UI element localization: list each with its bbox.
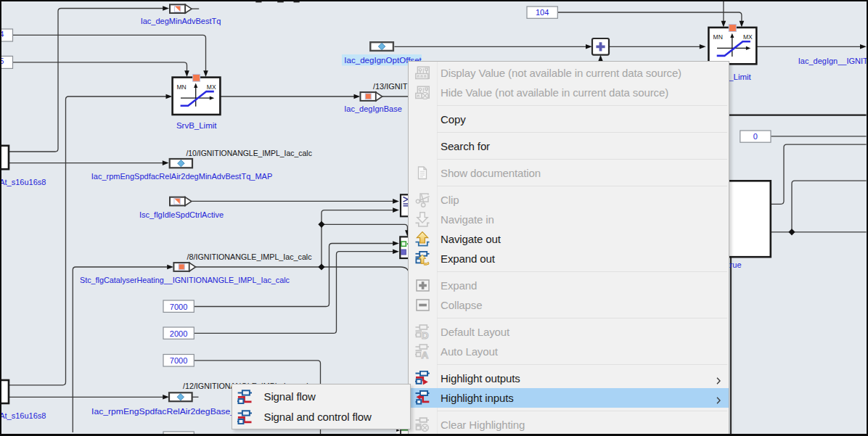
limiter-block-2[interactable]: MN MX <box>708 25 756 65</box>
screenshot-border-bottom <box>0 434 868 436</box>
svg-text:104: 104 <box>536 8 549 17</box>
constant-7000a[interactable]: 7000 <box>163 300 194 312</box>
char-map-bottom-label: cAt_s16u16s8 <box>0 411 46 420</box>
menu-separator <box>409 408 729 415</box>
true-label: true <box>728 260 742 269</box>
path10-text: /10/IGNITIONANGLE_IMPL_Iac_calc <box>186 149 312 157</box>
port-deg-ign-opt-offset[interactable] <box>370 42 393 51</box>
menu-item-signal-flow[interactable]: Signal flow <box>232 387 410 407</box>
hide-value-icon <box>409 85 436 99</box>
menu-item-label: Copy <box>441 113 466 126</box>
menu-separator <box>409 315 729 322</box>
menu-item-display-value[interactable]: Display Value (not available in current … <box>409 63 729 83</box>
constant-104[interactable]: 104 <box>527 7 557 18</box>
menu-item-clip[interactable]: Clip <box>409 190 729 210</box>
menu-item-highlight-inputs[interactable]: Highlight inputs <box>409 388 729 408</box>
port-12[interactable] <box>169 392 192 401</box>
menu-item-label: Display Value (not available in current … <box>441 67 681 79</box>
stc-flag-label: Stc_flgCatalyserHeating__IGNITIONANGLE_I… <box>80 276 290 284</box>
port-10[interactable] <box>170 159 192 168</box>
deg-ign-out-label: Iac_degIgn__IGNITIONANGLE_IMPL_Iac_calc <box>798 57 868 65</box>
menu-item-show-documentation[interactable]: Show documentation <box>409 163 729 183</box>
menu-item-label: Highlight inputs <box>441 392 514 404</box>
menu-separator <box>409 156 729 163</box>
menu-separator <box>409 268 729 276</box>
screenshot-border-top <box>0 0 868 1</box>
menu-item-clear-highlighting[interactable]: Clear Highlighting <box>409 415 729 435</box>
highlight-inputs-icon <box>409 390 436 405</box>
screenshot-border-left <box>0 0 1 436</box>
menu-item-label: Highlight outputs <box>441 372 520 384</box>
constant-7000b[interactable]: 7000 <box>163 355 194 367</box>
display-value-icon <box>409 65 436 80</box>
menu-item-label: Navigate out <box>441 233 501 245</box>
navigate-in-icon <box>409 212 436 227</box>
submenu-arrow-icon <box>716 394 721 406</box>
menu-item-label: Expand <box>441 279 477 292</box>
svg-text:A: A <box>421 350 428 359</box>
constant-2000[interactable]: 2000 <box>163 327 194 339</box>
menu-item-search-for[interactable]: Search for <box>409 136 729 156</box>
menu-item-hide-value[interactable]: Hide Value (not available in current dat… <box>409 83 729 102</box>
svg-text:7000: 7000 <box>170 303 187 311</box>
submenu-arrow-icon <box>716 374 721 387</box>
menu-item-label: Expand out <box>441 252 495 265</box>
collapse-icon <box>409 299 436 311</box>
add-block[interactable] <box>592 38 609 55</box>
svg-text:D: D <box>422 330 429 340</box>
menu-item-label: Default Layout <box>441 326 509 338</box>
limiter-mx-label: MX <box>743 33 753 41</box>
expand-out-icon <box>409 251 436 266</box>
menu-item-label: Clip <box>441 194 459 206</box>
context-menu: Display Value (not available in current … <box>408 61 729 436</box>
deg-min-adv-label: Iac_degMinAdvBestTq <box>141 17 221 25</box>
menu-item-collapse[interactable]: Collapse <box>409 295 729 315</box>
rpm-map-base-label: Iac_rpmEngSpdfacRelAir2degBase_MAP <box>91 407 255 416</box>
port-deg-ign-base[interactable] <box>361 92 382 101</box>
svg-text:7000: 7000 <box>170 356 187 365</box>
expand-icon <box>409 279 436 292</box>
char-map-top-label: cAt_s16u16s8 <box>0 178 46 186</box>
menu-item-label: Navigate in <box>441 213 494 226</box>
scissors-icon <box>409 192 436 207</box>
port-deg-min-adv[interactable] <box>170 4 192 13</box>
port-8[interactable] <box>173 263 195 271</box>
limiter-block-1[interactable]: MN MX <box>173 74 221 115</box>
rpm-map-min-adv-label: Iac_rpmEngSpdfacRelAir2degMinAdvBestTq_M… <box>91 172 272 181</box>
menu-item-auto-layout[interactable]: AAuto Layout <box>409 342 729 361</box>
menu-item-label: Clear Highlighting <box>441 419 525 431</box>
input-box-4[interactable]: 4 <box>0 29 13 41</box>
green-marker <box>401 242 406 246</box>
signal-flow-icon <box>232 390 264 404</box>
auto-layout-icon: A <box>409 343 436 359</box>
highlight-outputs-icon <box>409 371 436 386</box>
menu-separator <box>409 102 729 110</box>
menu-item-navigate-in[interactable]: Navigate in <box>409 210 729 229</box>
svg-text:0: 0 <box>753 132 758 141</box>
svg-text:2000: 2000 <box>170 329 187 338</box>
menu-separator <box>409 183 729 190</box>
constant-0[interactable]: 0 <box>740 131 771 142</box>
deg-ign-base-label: Iac_degIgnBase <box>344 104 402 113</box>
navigate-out-icon <box>409 231 436 247</box>
menu-item-expand[interactable]: Expand <box>409 276 729 295</box>
port-isc-flag[interactable] <box>170 197 192 206</box>
input-box-5[interactable]: 5 <box>0 56 13 68</box>
limiter-mx-label: MX <box>207 83 216 91</box>
menu-item-signal-and-control-flow[interactable]: Signal and control flow <box>232 407 410 427</box>
menu-item-label: Show documentation <box>441 167 541 179</box>
menu-item-expand-out[interactable]: Expand out <box>409 249 729 268</box>
menu-item-label: Auto Layout <box>441 345 498 358</box>
context-submenu: Signal flowSignal and control flow <box>232 384 411 429</box>
isc-flag-label: Isc_flgIdleSpdCtrlActive <box>139 210 224 219</box>
menu-item-label: Hide Value (not available in current dat… <box>441 86 668 99</box>
menu-item-highlight-outputs[interactable]: Highlight outputs <box>409 369 729 388</box>
menu-separator <box>409 361 729 369</box>
indigo-marker <box>401 250 406 255</box>
menu-item-copy[interactable]: Copy <box>409 110 729 129</box>
selected-port-marker <box>193 74 200 81</box>
menu-item-label: Search for <box>441 140 490 152</box>
selected-port-marker <box>729 25 736 32</box>
menu-item-navigate-out[interactable]: Navigate out <box>409 229 729 249</box>
menu-item-default-layout[interactable]: DDefault Layout <box>409 322 729 342</box>
